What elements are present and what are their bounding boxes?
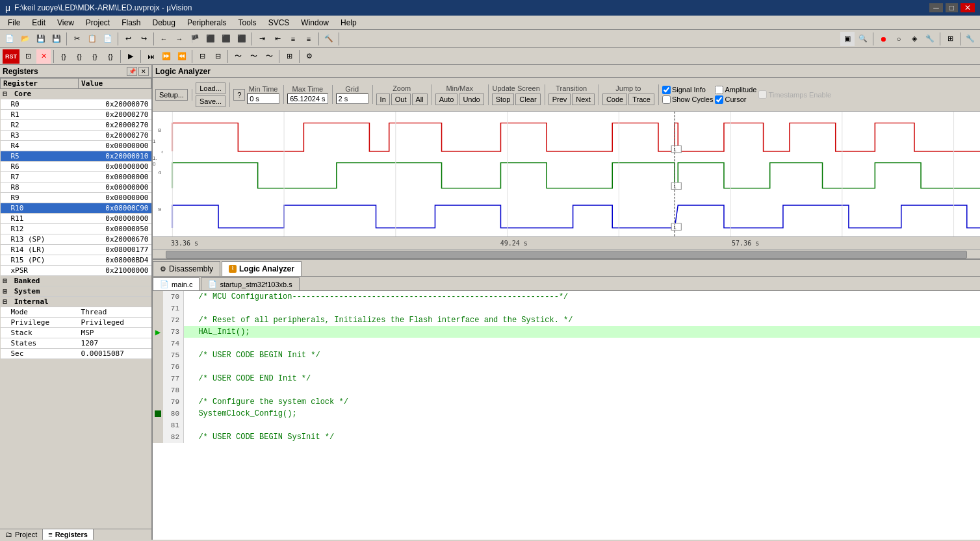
reg-row[interactable]: xPSR0x21000000 [1,266,151,276]
la-stop-btn[interactable]: Stop [492,94,515,105]
reg-section-core[interactable]: ⊟ Core [1,89,151,99]
reg-row[interactable]: R50x20000010 [1,151,151,162]
la-prev-btn[interactable]: Prev [548,94,571,105]
reg-row[interactable]: R14 (LR)0x08000177 [1,245,151,255]
reg-section-system[interactable]: ⊞ System [1,286,151,297]
tb-bookmark[interactable]: 🏴 [188,32,202,46]
tb-save-all[interactable]: 💾 [49,32,64,46]
tb-brace3[interactable]: {} [88,49,102,64]
tb-run4[interactable]: 🔧 [923,32,937,46]
tb-step2[interactable]: ⏩ [159,49,174,64]
tb-c1[interactable]: ≡ [286,32,300,46]
tb-dbg2[interactable]: 🔍 [856,32,870,46]
maximize-btn[interactable]: □ [946,3,958,12]
tb-nav-fwd[interactable]: → [172,32,187,46]
tb-b3[interactable]: ⬛ [235,32,249,46]
reg-row[interactable]: R100x08000C90 [1,203,151,214]
reg-row[interactable]: R40x00000000 [1,141,151,151]
tb-dbg1[interactable]: ▣ [840,32,855,46]
menu-flash[interactable]: Flash [116,17,146,28]
reg-row[interactable]: R20x20000270 [1,120,151,131]
tb-brace2[interactable]: {} [72,49,86,64]
tb-wave2[interactable]: 〜 [246,49,261,64]
tb-save[interactable]: 💾 [34,32,48,46]
reg-row[interactable]: R30x20000270 [1,131,151,141]
tb-cut[interactable]: ✂ [70,32,84,46]
menu-project[interactable]: Project [81,17,115,28]
reg-row[interactable]: R90x00000000 [1,193,151,203]
file-tab-main[interactable]: 📄 main.c [153,277,200,290]
la-zoom-out[interactable]: Out [391,94,411,105]
menu-peripherals[interactable]: Peripherals [182,17,232,28]
menu-edit[interactable]: Edit [27,17,51,28]
menu-file[interactable]: File [3,17,25,28]
la-amplitude-check[interactable]: Amplitude [715,86,756,94]
la-cursor-check[interactable]: Cursor [715,95,756,104]
tb-paste[interactable]: 📄 [101,32,115,46]
la-undo-btn[interactable]: Undo [459,94,484,105]
menu-view[interactable]: View [52,17,79,28]
menu-svcs[interactable]: SVCS [263,17,295,28]
tb-settings[interactable]: 🔧 [963,32,977,46]
la-code-btn[interactable]: Code [602,94,627,105]
menu-tools[interactable]: Tools [233,17,262,28]
tb-open[interactable]: 📂 [18,32,32,46]
tb-unindent[interactable]: ⇤ [270,32,285,46]
tb-run[interactable]: ⏺ [876,32,890,46]
la-show-cycles-check[interactable]: Show Cycles [662,95,714,104]
tab-logic-analyzer[interactable]: ⌇ Logic Analyzer [222,261,302,276]
tb-c2[interactable]: ≡ [302,32,316,46]
la-auto-btn[interactable]: Auto [435,94,458,105]
la-save-btn[interactable]: Save... [196,95,226,107]
tb-redo[interactable]: ↪ [136,32,151,46]
h-scrollbar-area[interactable] [153,249,980,258]
la-zoom-in[interactable]: In [376,94,390,105]
la-next-btn[interactable]: Next [572,94,595,105]
tb-mem2[interactable]: ⊟ [211,49,225,64]
la-clear-btn[interactable]: Clear [515,94,540,105]
tb-run3[interactable]: ◈ [907,32,922,46]
tb-run2[interactable]: ○ [892,32,906,46]
tb-stop[interactable]: ✕ [36,49,51,64]
tb-brace4[interactable]: {} [103,49,118,64]
la-timestamps-check[interactable]: Timestamps Enable [758,90,831,99]
reg-row[interactable]: R70x00000000 [1,172,151,182]
tab-project[interactable]: 🗂 Project [0,529,43,540]
reg-row[interactable]: R10x20000270 [1,110,151,120]
reg-section-internal[interactable]: ⊟ Internal [1,297,151,307]
tb-undo[interactable]: ↩ [121,32,135,46]
la-zoom-all[interactable]: All [412,94,428,105]
tb-nav-back[interactable]: ← [157,32,171,46]
panel-close[interactable]: ✕ [138,67,149,76]
tb-rst[interactable]: RST [3,49,19,64]
tb-new[interactable]: 📄 [3,32,17,46]
menu-help[interactable]: Help [335,17,362,28]
la-setup-btn[interactable]: Setup... [155,89,188,101]
tb-copy[interactable]: 📋 [85,32,99,46]
tb-win[interactable]: ⊞ [943,32,957,46]
close-btn[interactable]: ✕ [961,3,975,12]
menu-debug[interactable]: Debug [148,17,181,28]
reg-row[interactable]: R00x20000070 [1,99,151,110]
panel-pin[interactable]: 📌 [127,67,137,76]
tb-step1[interactable]: ⏭ [144,49,158,64]
minimize-btn[interactable]: ─ [929,3,943,12]
reg-row[interactable]: R120x00000050 [1,224,151,234]
tb-tools2[interactable]: ⚙ [302,49,316,64]
h-scrollbar[interactable] [166,251,967,258]
tb-d1[interactable]: ⊡ [21,49,35,64]
la-trace-btn[interactable]: Trace [628,94,654,105]
la-load-btn[interactable]: Load... [196,82,226,94]
tb-wave3[interactable]: 〜 [262,49,276,64]
menu-window[interactable]: Window [296,17,334,28]
reg-row[interactable]: R13 (SP)0x20000670 [1,234,151,245]
reg-row[interactable]: R110x00000000 [1,214,151,224]
reg-row[interactable]: R80x00000000 [1,182,151,193]
reg-section-banked[interactable]: ⊞ Banked [1,276,151,286]
tb-wave1[interactable]: 〜 [231,49,245,64]
tb-step-right[interactable]: ▶ [123,49,138,64]
tb-brace1[interactable]: {} [57,49,71,64]
tb-b1[interactable]: ⬛ [203,32,218,46]
tb-step3[interactable]: ⏪ [175,49,189,64]
la-question-btn[interactable]: ? [233,89,245,101]
